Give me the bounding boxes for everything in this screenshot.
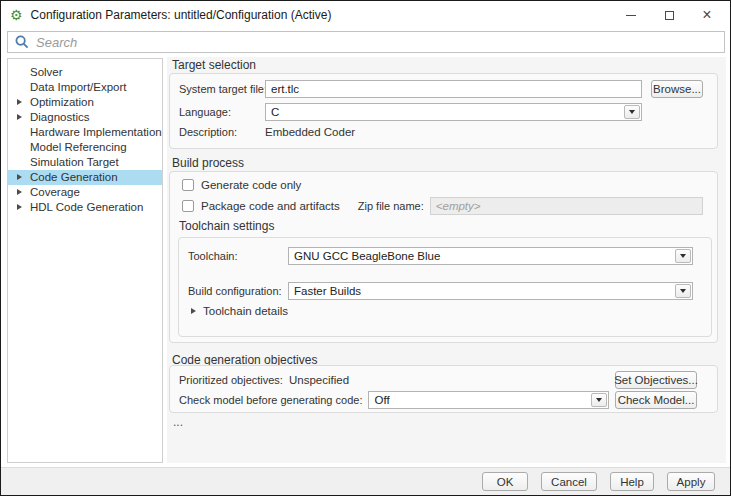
category-tree: Solver Data Import/Export Optimization D… xyxy=(7,58,163,463)
sidebar-item-label: Data Import/Export xyxy=(30,81,127,93)
sidebar-item-label: Diagnostics xyxy=(30,111,89,123)
check-model-button[interactable]: Check Model... xyxy=(615,391,697,409)
sidebar-item-label: Hardware Implementation xyxy=(30,126,162,138)
sidebar-item-label: Solver xyxy=(30,66,63,78)
language-value: C xyxy=(271,106,279,118)
ok-button[interactable]: OK xyxy=(482,472,528,491)
search-input[interactable]: Search xyxy=(7,31,725,53)
sidebar-item-hardware-implementation[interactable]: Hardware Implementation xyxy=(8,125,162,140)
generate-code-only-label: Generate code only xyxy=(201,179,301,191)
sidebar-item-label: Model Referencing xyxy=(30,141,127,153)
configuration-parameters-window: ⚙ Configuration Parameters: untitled/Con… xyxy=(0,0,731,496)
toolchain-value: GNU GCC BeagleBone Blue xyxy=(294,250,440,262)
sidebar-item-label: Optimization xyxy=(30,96,94,108)
maximize-icon xyxy=(665,11,674,20)
system-target-file-input[interactable]: ert.tlc xyxy=(265,80,642,98)
build-configuration-value: Faster Builds xyxy=(294,285,361,297)
target-selection-group: System target file: ert.tlc Browse... La… xyxy=(169,73,718,149)
window-title: Configuration Parameters: untitled/Confi… xyxy=(31,8,332,22)
dropdown-arrow-button[interactable] xyxy=(675,249,691,263)
close-icon: × xyxy=(702,7,711,23)
sidebar-item-diagnostics[interactable]: Diagnostics xyxy=(8,110,162,125)
package-code-checkbox[interactable] xyxy=(182,200,194,212)
toolchain-settings-group: Toolchain: GNU GCC BeagleBone Blue Build… xyxy=(178,237,712,337)
build-process-group: Generate code only Package code and arti… xyxy=(169,171,718,343)
chevron-down-icon xyxy=(629,110,635,114)
zip-file-name-label: Zip file name: xyxy=(358,200,424,212)
dropdown-arrow-button[interactable] xyxy=(591,393,607,407)
check-model-dropdown[interactable]: Off xyxy=(368,391,609,409)
system-target-file-value: ert.tlc xyxy=(271,83,299,95)
build-configuration-dropdown[interactable]: Faster Builds xyxy=(288,282,693,300)
sidebar-item-label: HDL Code Generation xyxy=(30,201,143,213)
chevron-down-icon xyxy=(596,398,602,402)
titlebar: ⚙ Configuration Parameters: untitled/Con… xyxy=(1,1,730,29)
cancel-button[interactable]: Cancel xyxy=(541,472,597,491)
toolchain-dropdown[interactable]: GNU GCC BeagleBone Blue xyxy=(288,247,693,265)
sidebar-item-label: Coverage xyxy=(30,186,80,198)
target-selection-heading: Target selection xyxy=(172,58,256,72)
zip-file-name-placeholder: <empty> xyxy=(436,200,481,212)
language-label: Language: xyxy=(179,106,265,118)
help-button[interactable]: Help xyxy=(610,472,654,491)
prioritized-objectives-value: Unspecified xyxy=(289,374,349,386)
toolchain-details-expander[interactable]: Toolchain details xyxy=(188,305,693,317)
maximize-button[interactable] xyxy=(650,1,688,29)
close-button[interactable]: × xyxy=(688,1,726,29)
dropdown-arrow-button[interactable] xyxy=(675,284,691,298)
expand-arrow-icon xyxy=(191,308,196,314)
sidebar-item-label: Simulation Target xyxy=(30,156,119,168)
dropdown-arrow-button[interactable] xyxy=(624,105,640,119)
sidebar-item-coverage[interactable]: Coverage xyxy=(8,185,162,200)
sidebar-item-model-referencing[interactable]: Model Referencing xyxy=(8,140,162,155)
chevron-down-icon xyxy=(680,254,686,258)
zip-file-name-input: <empty> xyxy=(430,197,703,215)
check-model-value: Off xyxy=(374,394,389,406)
sidebar-item-optimization[interactable]: Optimization xyxy=(8,95,162,110)
gear-icon: ⚙ xyxy=(10,8,23,22)
sidebar-item-data-import-export[interactable]: Data Import/Export xyxy=(8,80,162,95)
prioritized-objectives-label: Prioritized objectives: xyxy=(179,374,283,386)
toolchain-settings-heading: Toolchain settings xyxy=(179,219,703,233)
check-model-label: Check model before generating code: xyxy=(179,394,362,406)
minimize-button[interactable] xyxy=(612,1,650,29)
system-target-file-label: System target file: xyxy=(179,83,265,95)
generate-code-only-checkbox[interactable] xyxy=(182,179,194,191)
dialog-footer: OK Cancel Help Apply xyxy=(1,467,730,495)
build-configuration-label: Build configuration: xyxy=(188,285,288,297)
apply-button[interactable]: Apply xyxy=(667,472,715,491)
package-code-label: Package code and artifacts xyxy=(201,200,340,212)
expand-arrow-icon[interactable] xyxy=(17,174,22,180)
expand-arrow-icon[interactable] xyxy=(17,189,22,195)
expand-arrow-icon[interactable] xyxy=(17,204,22,210)
search-placeholder: Search xyxy=(36,35,77,50)
sidebar-item-hdl-code-generation[interactable]: HDL Code Generation xyxy=(8,200,162,215)
sidebar-item-simulation-target[interactable]: Simulation Target xyxy=(8,155,162,170)
language-dropdown[interactable]: C xyxy=(265,103,642,121)
chevron-down-icon xyxy=(680,289,686,293)
minimize-icon xyxy=(626,15,636,16)
window-controls: × xyxy=(612,1,730,29)
build-process-heading: Build process xyxy=(172,156,244,170)
browse-button[interactable]: Browse... xyxy=(651,80,703,98)
toolchain-label: Toolchain: xyxy=(188,250,288,262)
code-generation-objectives-group: Prioritized objectives: Unspecified Set … xyxy=(169,365,718,413)
more-options-indicator[interactable]: ... xyxy=(173,415,183,429)
sidebar-item-solver[interactable]: Solver xyxy=(8,65,162,80)
sidebar-item-label: Code Generation xyxy=(30,171,118,183)
expand-arrow-icon[interactable] xyxy=(17,114,22,120)
set-objectives-button[interactable]: Set Objectives... xyxy=(615,371,697,389)
description-label: Description: xyxy=(179,126,265,138)
toolchain-details-label: Toolchain details xyxy=(203,305,288,317)
expand-arrow-icon[interactable] xyxy=(17,99,22,105)
search-icon xyxy=(15,35,29,49)
code-generation-pane: Target selection System target file: ert… xyxy=(167,57,726,463)
sidebar-item-code-generation[interactable]: Code Generation xyxy=(8,170,162,185)
description-value: Embedded Coder xyxy=(265,126,355,138)
